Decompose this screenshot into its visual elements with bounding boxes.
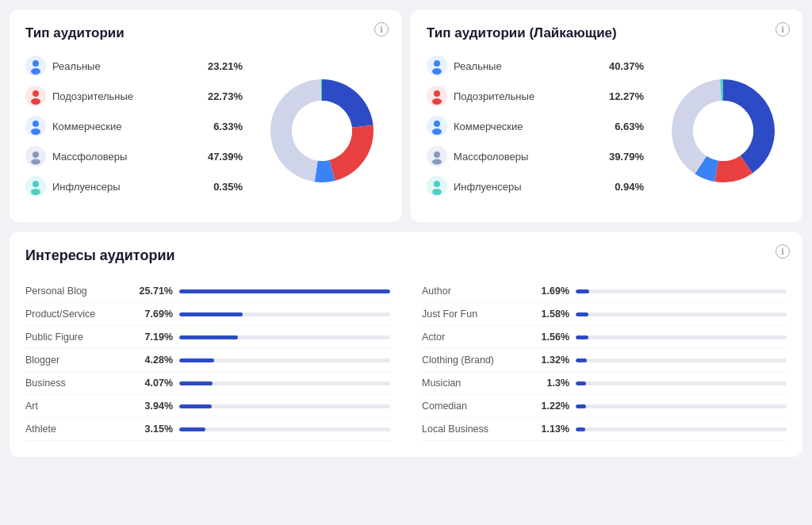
interest-bar-track [179,427,390,431]
legend-icon [25,176,46,197]
interest-bar-track [576,427,787,431]
svg-point-14 [31,189,40,195]
interest-pct: 7.19% [135,331,173,343]
legend-icon [427,116,447,136]
legend-icon [25,56,46,76]
interest-pct: 1.13% [531,423,569,435]
interest-pct: 4.07% [135,377,173,389]
interest-pct: 1.3% [531,377,569,389]
svg-point-23 [434,121,440,127]
panel2-content: Реальные 40.37% Подозрительные 12.27% Ко… [427,56,787,206]
interest-pct: 4.28% [135,354,173,366]
interest-bar-fill [179,404,212,408]
interest-bar-fill [576,427,585,431]
interest-bar-fill [576,404,586,408]
interest-name: Business [25,377,128,389]
legend-icon [427,176,447,197]
interest-row: Public Figure 7.19% [25,326,390,349]
interest-name: Clothing (Brand) [422,354,525,366]
interest-bar-track [576,312,787,316]
audience-type-panel: Тип аудитории ℹ Реальные 23.21% Подозрит… [10,10,401,222]
panel1-legend: Реальные 23.21% Подозрительные 22.73% Ко… [25,56,243,206]
legend-label: Реальные [454,60,598,72]
panel1-donut [259,67,385,194]
interest-bar-track [576,381,787,385]
legend-label: Массфоловеры [454,151,598,163]
legend-label: Реальные [52,60,197,72]
interest-row: Author 1.69% [422,280,787,303]
svg-point-13 [33,181,39,187]
interest-pct: 1.32% [531,354,569,366]
panel1-title: Тип аудитории [25,25,385,41]
interest-bar-fill [179,427,205,431]
interest-pct: 1.56% [531,331,569,343]
svg-point-2 [31,68,40,75]
legend-item: Инфлуенсеры 0.94% [427,176,644,197]
legend-icon [25,86,46,106]
legend-value: 23.21% [203,60,243,72]
legend-value: 6.63% [604,121,644,132]
legend-value: 6.33% [203,121,243,132]
interest-bar-track [576,289,787,293]
svg-point-11 [31,159,40,165]
interest-row: Clothing (Brand) 1.32% [422,349,787,372]
info-icon-1[interactable]: ℹ [374,22,389,36]
legend-icon [427,146,447,167]
svg-point-21 [432,98,442,105]
interests-panel: ℹ Интересы аудитории Personal Blog 25.71… [10,232,802,457]
svg-point-4 [33,90,39,97]
svg-point-15 [292,101,352,161]
svg-point-18 [432,68,442,75]
interest-name: Actor [422,331,525,343]
svg-point-26 [434,151,440,158]
interest-name: Public Figure [25,331,128,343]
interest-bar-track [179,335,390,339]
audience-likers-panel: Тип аудитории (Лайкающие) ℹ Реальные 40.… [411,10,802,222]
interest-pct: 3.94% [135,400,173,412]
legend-label: Коммерческие [52,121,197,132]
interest-bar-fill [576,289,589,293]
legend-icon [25,146,46,167]
interest-row: Just For Fun 1.58% [422,303,787,326]
interest-bar-fill [179,312,243,316]
interests-left-col: Personal Blog 25.71% Product/Service 7.6… [25,280,390,441]
svg-point-27 [432,159,442,165]
legend-icon [427,86,447,106]
interests-title: Интересы аудитории [25,247,787,264]
legend-item: Массфоловеры 47.39% [25,146,243,167]
interest-pct: 3.15% [135,423,173,435]
interest-name: Personal Blog [25,285,128,297]
panel2-donut [660,67,787,194]
interest-bar-fill [179,358,214,362]
interest-bar-fill [179,381,213,385]
interest-row: Athlete 3.15% [25,418,390,441]
legend-label: Коммерческие [454,121,598,132]
interest-bar-track [179,312,390,316]
legend-label: Массфоловеры [52,151,197,163]
interest-bar-fill [179,335,238,339]
svg-point-29 [434,181,440,187]
svg-point-10 [33,151,39,158]
svg-point-7 [33,121,39,127]
svg-point-5 [31,98,40,105]
legend-label: Подозрительные [454,90,598,102]
interest-bar-track [179,289,390,293]
legend-item: Подозрительные 22.73% [25,86,243,106]
interest-bar-track [576,335,787,339]
legend-icon [427,56,447,76]
legend-value: 39.79% [604,151,644,163]
interests-right-col: Author 1.69% Just For Fun 1.58% Actor 1.… [422,280,787,441]
interest-pct: 7.69% [135,308,173,320]
interest-row: Actor 1.56% [422,326,787,349]
interest-row: Blogger 4.28% [25,349,390,372]
svg-point-20 [434,90,440,97]
info-icon-3[interactable]: ℹ [776,244,790,259]
interest-row: Business 4.07% [25,372,390,395]
interest-row: Personal Blog 25.71% [25,280,390,303]
legend-label: Инфлуенсеры [52,181,197,193]
panel1-content: Реальные 23.21% Подозрительные 22.73% Ко… [25,56,385,206]
info-icon-2[interactable]: ℹ [776,22,790,36]
legend-value: 0.35% [203,181,243,193]
interest-bar-track [576,404,787,408]
legend-value: 22.73% [203,90,243,102]
